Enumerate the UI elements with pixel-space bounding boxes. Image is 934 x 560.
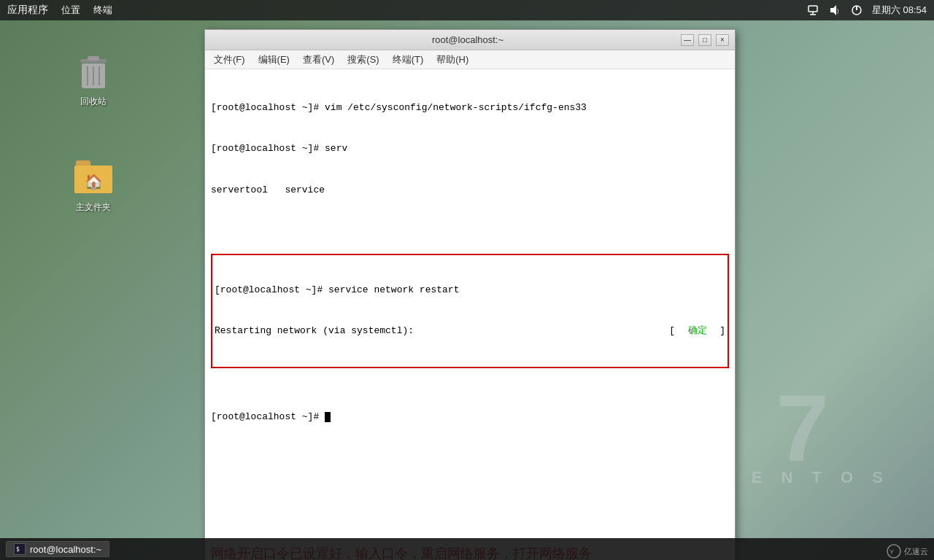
top-bar-left: 应用程序 位置 终端 (7, 4, 112, 17)
yisu-icon: Y (887, 544, 901, 559)
yisu-logo: Y 亿速云 (887, 544, 928, 559)
term-line-4: [root@localhost ~]# service network rest… (215, 284, 725, 298)
ok-badge: [ 确定 ] (669, 324, 725, 338)
highlight-box: [root@localhost ~]# service network rest… (211, 254, 729, 368)
svg-rect-0 (808, 6, 817, 12)
bracket-right: ] (719, 324, 725, 338)
top-bar-right: ) 星期六 08:54 (806, 4, 927, 17)
cursor (325, 412, 331, 422)
menu-file[interactable]: 文件(F) (208, 52, 251, 68)
app-menu[interactable]: 应用程序 (7, 4, 48, 17)
menu-edit[interactable]: 编辑(E) (252, 52, 296, 68)
home-folder-label: 主文件夹 (76, 201, 111, 214)
svg-rect-8 (88, 56, 99, 61)
menu-view[interactable]: 查看(V) (297, 52, 340, 68)
taskbar-terminal-item[interactable]: $ root@localhost:~ (6, 541, 109, 557)
menu-help[interactable]: 帮助(H) (431, 52, 474, 68)
bracket-left: [ (669, 324, 675, 338)
terminal-body[interactable]: [root@localhost ~]# vim /etc/sysconfig/n… (205, 69, 735, 560)
terminal-titlebar: root@localhost:~ — □ × (205, 30, 735, 50)
centos-text: C E N T O S (721, 468, 890, 487)
taskbar-terminal-icon: $ (14, 543, 26, 555)
trash-desktop-icon[interactable]: 回收站 (64, 55, 123, 108)
desktop: 应用程序 位置 终端 ) 星期六 08:54 (0, 0, 934, 560)
term-line-2: [root@localhost ~]# serv (211, 142, 729, 156)
trash-label: 回收站 (80, 96, 107, 108)
svg-text:$: $ (16, 546, 20, 553)
terminal-menu[interactable]: 终端 (93, 4, 112, 17)
trash-icon-image (74, 55, 112, 93)
datetime-label: 星期六 08:54 (872, 4, 927, 17)
top-taskbar: 应用程序 位置 终端 ) 星期六 08:54 (0, 0, 934, 20)
centos-watermark: 7 C E N T O S (721, 381, 890, 487)
term-line-1: [root@localhost ~]# vim /etc/sysconfig/n… (211, 101, 729, 115)
network-icon (806, 4, 819, 17)
terminal-window: root@localhost:~ — □ × 文件(F) 编辑(E) 查看(V)… (204, 29, 736, 560)
svg-text:): ) (837, 7, 839, 14)
bottom-taskbar: $ root@localhost:~ Y 亿速云 (0, 538, 934, 560)
volume-icon: ) (828, 4, 841, 17)
minimize-button[interactable]: — (681, 34, 694, 46)
location-menu[interactable]: 位置 (61, 4, 80, 17)
terminal-controls: — □ × (681, 34, 729, 46)
close-button[interactable]: × (716, 34, 729, 46)
maximize-button[interactable]: □ (698, 34, 711, 46)
term-line-5: Restarting network (via systemctl): [ 确定… (215, 324, 725, 338)
svg-marker-3 (830, 5, 836, 15)
terminal-output: [root@localhost ~]# vim /etc/sysconfig/n… (205, 69, 735, 536)
term-line-6: [root@localhost ~]# (211, 411, 729, 424)
ok-text: 确定 (676, 324, 718, 338)
menu-search[interactable]: 搜索(S) (341, 52, 385, 68)
restart-status-text: Restarting network (via systemctl): (215, 324, 663, 338)
terminal-menubar: 文件(F) 编辑(E) 查看(V) 搜索(S) 终端(T) 帮助(H) (205, 50, 735, 69)
term-line-3: servertool service (211, 184, 729, 198)
taskbar-terminal-label: root@localhost:~ (30, 544, 101, 555)
centos-number: 7 (721, 381, 890, 475)
power-icon (850, 4, 863, 17)
svg-text:Y: Y (889, 548, 894, 556)
folder-icon-image: 🏠 (74, 160, 112, 198)
yisu-text: 亿速云 (904, 546, 928, 557)
home-folder-desktop-icon[interactable]: 🏠 主文件夹 (64, 160, 123, 214)
menu-terminal[interactable]: 终端(T) (387, 52, 430, 68)
terminal-title: root@localhost:~ (255, 34, 681, 45)
